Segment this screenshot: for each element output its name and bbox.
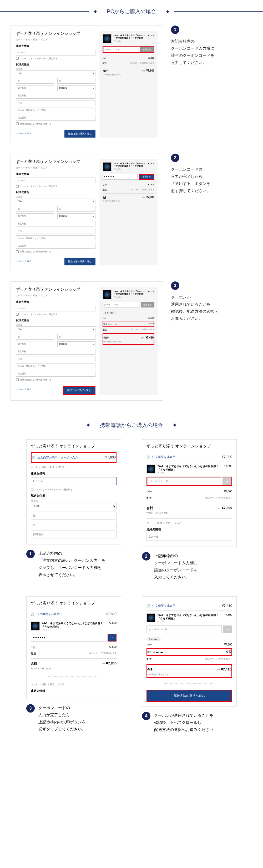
pc-step-3: ずっと寄り添う オンラインショップ カート ＞ 情報 ＞ 配送 ＞ 支払い 連絡… (10, 281, 253, 401)
coupon-input[interactable] (31, 633, 106, 642)
proceed-button[interactable]: 配送方法の選択へ進む (64, 130, 96, 137)
pc-step-1: ずっと寄り添う オンラインショップ カート ＞ 情報 ＞ 配送 ＞ 支払い 連絡… (10, 26, 253, 143)
cart-icon: 🛒 (32, 455, 36, 459)
shipping-note: 次のステップで計算されます (130, 62, 154, 65)
back-to-cart-link[interactable]: ＜ カートに戻る (16, 132, 31, 135)
cart-icon: 🛒 (146, 455, 151, 459)
arrow-button[interactable]: → (223, 625, 232, 633)
mobile-badge-2: 2 (142, 552, 151, 560)
mobile-total-highlighted: 合計¥665円分の税金を含むJPY¥7,410 (146, 664, 232, 678)
step-text-2: クーポンコードの 入力が完了したら、 「適用する」ボタンを 必ず押してください。 (171, 166, 253, 194)
chevron-up-icon: ⌃ (176, 455, 178, 459)
firstname-field[interactable] (57, 78, 96, 84)
coupon-tag: ◎ ●●●●●● (103, 311, 117, 315)
coupon-input[interactable] (147, 477, 221, 485)
cart-icon: 🛒 (31, 612, 35, 616)
step-badge-2: 2 (171, 154, 179, 162)
total-sub: ¥700円分の税金を含む (103, 74, 122, 75)
breadcrumb: カート ＞ 情報 ＞ 配送 ＞ 支払い (16, 38, 96, 41)
mobile-text-2: 上記赤枠内の クーポンコード入力欄に 該当のクーポンコードを 入力してください。 (154, 552, 198, 581)
pc-mock-3: ずっと寄り添う オンラインショップ カート ＞ 情報 ＞ 配送 ＞ 支払い 連絡… (10, 281, 163, 401)
coupon-row-highlighted: 適用する (103, 46, 154, 53)
save-info-checkbox[interactable] (16, 122, 19, 125)
city-field[interactable] (16, 93, 96, 99)
chevron-down-icon: ⌄ (79, 456, 81, 459)
pc-mock-1: ずっと寄り添う オンラインショップ カート ＞ 情報 ＞ 配送 ＞ 支払い 連絡… (10, 26, 163, 143)
chevron-up-icon: ⌃ (176, 604, 178, 607)
total-row-highlighted: 合計¥665円分の税金を含むJPY¥7,410 (103, 333, 154, 345)
mobile-coupon-highlighted: → (146, 476, 232, 486)
chevron-up-icon: ⌃ (61, 612, 63, 616)
zip-field[interactable] (16, 85, 54, 91)
product-thumbnail (103, 34, 111, 43)
pc-section-header: PCからご購入の場合 (0, 8, 263, 15)
mobile-section-header: 携帯電話からご購入の場合 (0, 422, 263, 429)
mobile-step-3: ずっと寄り添う オンラインショップ 🛒注文概要を非表示 ⌃ ¥7,800 2A-… (26, 596, 121, 733)
building-field[interactable] (16, 107, 96, 113)
mobile-proceed-highlighted[interactable]: 配送方法の選択へ進む (146, 690, 232, 702)
arrow-button[interactable]: → (223, 477, 231, 485)
diamond-icon (166, 10, 169, 13)
mobile-step-1: ずっと寄り添う オンラインショップ 🛒注文内容の表示・クーポン入力 ⌄ ¥7,8… (26, 439, 121, 581)
prefecture-select[interactable]: 都道府県 (57, 86, 96, 91)
save-info-label: 次回のためにこの情報を保存する (20, 122, 51, 125)
mobile-badge-4: 4 (142, 712, 151, 720)
newsletter-label: ニュースとオファーをメールで受け取る (20, 57, 58, 60)
mobile-step-2: ずっと寄り添う オンラインショップ 🛒注文概要を非表示 ⌃ ¥7,800 2A-… (142, 439, 237, 581)
cart-icon: 🛒 (146, 603, 151, 608)
product-name: 2A-1 今までありそうでなかったうなぎの新食感！「うなぎ刺身」 (113, 34, 146, 40)
mobile-step-4: 🛒注文概要を非表示 ⌃ ¥7,410 2A-1 今までありそうでなかったうなぎの… (142, 596, 237, 733)
diamond-icon (94, 10, 97, 13)
wavy-divider: 〜〜〜〜〜〜〜〜〜 (146, 681, 232, 687)
coupon-apply-button[interactable]: 適用する (140, 46, 154, 52)
pc-section-title: PCからご購入の場合 (107, 8, 156, 15)
mobile-text-4: クーポンが適用されていることを 確認後、下へスクロールし、 配送方法の選択へお進… (154, 712, 217, 733)
wavy-divider: 〜〜〜〜〜〜〜〜〜 (31, 674, 117, 680)
coupon-input[interactable] (103, 174, 137, 180)
diamond-icon (173, 424, 176, 426)
email-field[interactable] (16, 50, 96, 56)
summary-toggle-highlighted[interactable]: 🛒注文内容の表示・クーポン入力 ⌄ ¥7,800 (31, 452, 117, 463)
total-value: ¥7,800 (146, 69, 154, 72)
step-badge-3: 3 (171, 281, 179, 290)
step-text-3: クーポンが 適用されていることを 確認後、配送方法の選択へ お進みください。 (171, 293, 253, 322)
total-after: ¥7,410 (145, 336, 154, 339)
subtotal-label: 小計 (103, 57, 107, 60)
shipping-label: 配送先住所 (16, 63, 96, 66)
subtotal-value: ¥7,800 (148, 57, 154, 60)
mobile-text-1: 上記赤枠内の 「注文内容の表示・クーポン入力」を タップし、クーポンコード入力欄… (38, 550, 105, 578)
total-label: 合計 (103, 69, 108, 72)
coupon-input[interactable] (103, 46, 138, 52)
email-field[interactable] (16, 178, 96, 183)
shop-title: ずっと寄り添う オンラインショップ (16, 31, 96, 36)
step-text-1: 左記赤枠内の クーポンコード入力欄に 該当のクーポンコードを 入力してください。 (171, 38, 253, 66)
pc-mock-2: ずっと寄り添う オンラインショップ カート ＞ 情報 ＞ 配送 ＞ 支払い 連絡… (10, 154, 163, 271)
email-field[interactable] (31, 477, 117, 485)
mobile-badge-3: 3 (26, 704, 35, 713)
product-price: ¥7,800 (148, 34, 154, 37)
coupon-apply-button-highlighted[interactable]: 適用する (139, 174, 154, 180)
discount-row-highlighted: 割引 ◎ ●●●●●●- ¥390 (103, 321, 154, 327)
discount-amount: - ¥390 (147, 322, 154, 326)
lastname-field[interactable] (16, 78, 54, 84)
arrow-button-highlighted[interactable]: → (107, 633, 117, 642)
country-select[interactable]: 日本 (16, 70, 96, 76)
step-badge-1: 1 (171, 26, 179, 34)
mobile-text-3: クーポンコードの 入力が完了したら、 上記赤枠内の矢印ボタンを 必ずタップしてく… (38, 704, 86, 733)
product-sub: のしなし (113, 40, 146, 42)
mobile-section-title: 携帯電話からご購入の場合 (100, 422, 163, 429)
newsletter-checkbox[interactable] (16, 57, 19, 60)
summary-toggle[interactable]: 🛒注文概要を非表示 ⌃ ¥7,800 (146, 452, 232, 462)
phone-field[interactable] (16, 115, 96, 121)
mobile-badge-1: 1 (26, 550, 35, 558)
contact-label: 連絡先情報 (16, 44, 96, 48)
mobile-discount-highlighted: 割引 ◎ ●●●●●●- ¥390 (146, 648, 232, 656)
address-field[interactable] (16, 100, 96, 106)
diamond-icon (87, 424, 90, 426)
proceed-button-highlighted[interactable]: 配送方法の選択へ進む (63, 386, 96, 395)
pc-step-2: ずっと寄り添う オンラインショップ カート ＞ 情報 ＞ 配送 ＞ 支払い 連絡… (10, 154, 253, 271)
shipping-label: 配送 (103, 62, 107, 65)
